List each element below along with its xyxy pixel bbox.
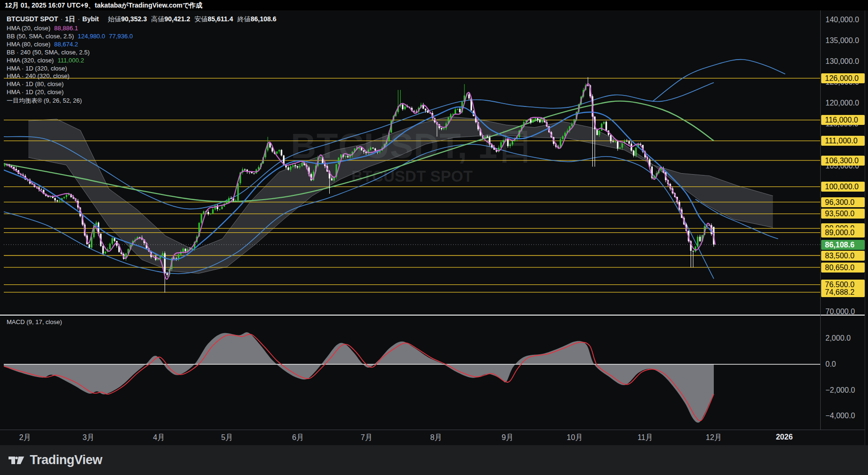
legend-row[interactable]: HMA · 240 (320, close) [7,72,70,79]
macd-axis-label: −2,000.0 [825,386,866,395]
ohlc-label: 高値 [151,15,165,23]
price-axis-label: 120,000.0 [825,98,866,108]
time-axis-month: 8月 [430,433,442,443]
ohlc-value: 90,421.2 [165,15,191,23]
legend-row-label: HMA · 240 (320, close) [7,72,70,79]
legend-row[interactable]: HMA (320, close)111,000.2 [7,57,84,64]
legend-row[interactable]: BB · 240 (50, SMA, close, 2.5) [7,49,90,56]
time-axis-month: 9月 [502,433,514,443]
export-attribution-bar: 12月 01, 2025 16:07 UTC+9、takatabaがTradin… [0,0,868,10]
price-axis-label: 135,000.0 [825,36,866,45]
axis-right-edge [865,10,865,445]
ohlc-label: 終値 [237,15,251,23]
ohlc-label: 始値 [108,15,121,23]
macd-label: MACD (9, 17, close) [7,318,62,325]
macd-legend-row[interactable]: MACD (9, 17, close) [7,318,62,325]
symbol-row[interactable]: BTCUSDT SPOT·1日·Bybit始値90,352.3高値90,421.… [7,15,276,24]
legend-row-value: 111,000.2 [58,57,84,64]
legend-row-value: 88,674.2 [54,41,78,48]
price-level-badge[interactable]: 126,000.0 [821,73,865,83]
time-axis-month: 11月 [638,433,653,443]
time-axis-month: 12月 [706,433,722,443]
legend-row-value: 124,980.0 [78,33,105,40]
time-axis[interactable]: 2月3月4月5月6月7月8月9月10月11月12月2026 [0,430,865,445]
separator-dot: · [75,15,82,23]
tradingview-export-screenshot: { "header": { "attribution": "12月 01, 20… [0,0,868,475]
macd-axis-label: −4,000.0 [825,411,866,421]
macd-pane [4,332,820,422]
price-level-badge[interactable]: 74,688.2 [821,287,865,297]
ohlc-value: 90,352.3 [121,15,147,23]
legend-row[interactable]: HMA (80, close)88,674.2 [7,41,78,48]
footer-bar: TradingView [0,445,868,475]
price-level-badge[interactable]: 106,300.0 [821,156,865,166]
macd-axis-label: 0.0 [825,360,866,369]
price-level-badge[interactable]: 80,650.0 [821,263,865,273]
price-level-badge[interactable]: 100,000.0 [821,182,865,192]
chart-area[interactable]: BTCUSDT, 1日 BTCUSDT SPOT BTCUSDT SPOT·1日… [0,10,868,445]
time-axis-month: 2026 [776,433,793,441]
legend-row-label: BB · 240 (50, SMA, close, 2.5) [7,49,90,56]
time-axis-month: 4月 [153,433,165,443]
price-level-badge[interactable]: 116,000.0 [821,115,865,125]
tradingview-logo-icon[interactable] [9,454,25,466]
macd-area [4,332,714,422]
legend-row[interactable]: HMA · 1D (80, close) [7,80,64,88]
hma80-line [4,107,714,260]
legend-row[interactable]: HMA (20, close)88,886.1 [7,25,78,32]
legend-row[interactable]: HMA · 1D (20, close) [7,88,64,96]
legend-row-label: BB (50, SMA, close, 2.5) [7,33,74,40]
legend-row[interactable]: HMA · 1D (320, close) [7,65,67,72]
price-level-badge[interactable]: 93,500.0 [821,209,865,219]
time-axis-month: 7月 [361,433,373,443]
attribution-text: 12月 01, 2025 16:07 UTC+9、takatabaがTradin… [5,1,202,9]
ohlc-label: 安値 [194,15,208,23]
exchange-label: Bybit [82,15,99,23]
legend-row-value: 88,886.1 [54,25,78,32]
chart-layers [0,10,865,445]
legend-row-value: 77,936.0 [109,33,133,40]
legend-row-label: HMA · 1D (320, close) [7,65,67,72]
legend-row-label: 一目均衡表® (9, 26, 52, 26) [7,97,82,104]
price-axis-label: 130,000.0 [825,57,866,66]
interval-label[interactable]: 1日 [65,15,76,23]
legend-row-label: HMA (20, close) [7,25,50,32]
axis-separator-vertical [820,10,821,445]
time-axis-month: 6月 [292,433,304,443]
pane-separator[interactable] [0,315,865,316]
time-axis-month: 2月 [19,433,31,443]
ohlc-value: 85,611.4 [208,15,233,23]
price-pane [4,60,820,293]
legend-row-label: HMA · 1D (20, close) [7,88,64,96]
last-price-badge: 86,108.6 [821,240,865,250]
legend-row-label: HMA (80, close) [7,41,50,48]
legend-row-label: HMA (320, close) [7,57,54,64]
price-level-badge[interactable]: 83,500.0 [821,251,865,261]
bb240-upper-line [653,60,785,101]
price-axis-label: 140,000.0 [825,15,866,25]
price-level-badge[interactable]: 96,300.0 [821,197,865,207]
ohlc-values: 始値90,352.3高値90,421.2安値85,611.4終値86,108.6 [104,15,276,23]
symbol-name[interactable]: BTCUSDT SPOT [7,15,58,23]
legend-row[interactable]: BB (50, SMA, close, 2.5)124,980.077,936.… [7,33,133,40]
price-axis-label: 70,000.0 [825,307,866,317]
price-level-badge[interactable]: 111,000.0 [821,136,865,146]
hma20-line [6,84,715,280]
legend-row-label: HMA · 1D (80, close) [7,80,64,88]
price-level-badge[interactable]: 89,000.0 [821,228,865,238]
time-axis-month: 10月 [567,433,583,443]
separator-dot: · [58,15,65,23]
chart-canvas[interactable] [0,10,868,445]
macd-axis-label: 2,000.0 [825,334,866,343]
time-axis-month: 3月 [83,433,95,443]
tradingview-wordmark[interactable]: TradingView [30,453,102,467]
ohlc-value: 86,108.6 [251,15,277,23]
time-axis-month: 5月 [221,433,233,443]
ichimoku-cloud [28,116,773,273]
legend-row[interactable]: 一目均衡表® (9, 26, 52, 26) [7,97,82,105]
